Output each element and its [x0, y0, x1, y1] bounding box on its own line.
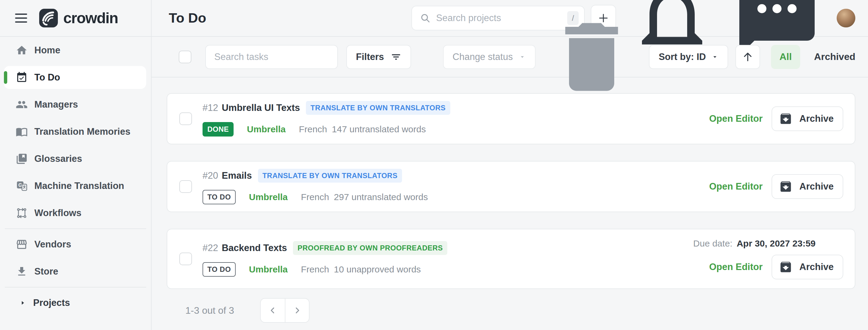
- status-badge: DONE: [203, 122, 234, 137]
- archive-button[interactable]: Archive: [772, 107, 843, 131]
- tab-archived[interactable]: Archived: [814, 51, 855, 62]
- sidebar-item-vendors[interactable]: Vendors: [0, 231, 151, 258]
- sidebar-header: crowdin: [0, 0, 151, 37]
- task-title-row: #22Backend TextsPROOFREAD BY OWN PROOFRE…: [203, 241, 447, 255]
- open-editor-link[interactable]: Open Editor: [709, 262, 763, 272]
- select-all-checkbox[interactable]: [179, 51, 191, 63]
- workflow-badge: TRANSLATE BY OWN TRANSLATORS: [306, 101, 450, 115]
- previous-page-button[interactable]: [261, 299, 285, 322]
- sidebar-item-workflows[interactable]: Workflows: [0, 200, 151, 227]
- task-card: #12Umbrella UI TextsTRANSLATE BY OWN TRA…: [167, 93, 855, 144]
- task-checkbox[interactable]: [179, 112, 192, 125]
- arrow-up-icon: [742, 51, 754, 63]
- project-link[interactable]: Umbrella: [247, 124, 285, 134]
- task-card-actions: Open EditorArchive: [709, 107, 843, 131]
- workflows-icon: [16, 207, 28, 219]
- sidebar-item-label: Vendors: [34, 239, 71, 250]
- sidebar-item-label: Translation Memories: [34, 126, 130, 137]
- archive-icon: [779, 260, 793, 274]
- app-root: crowdin HomeTo DoManagersTranslation Mem…: [0, 0, 868, 330]
- caret-right-icon: [19, 300, 26, 306]
- task-title: Backend Texts: [222, 243, 287, 253]
- sidebar-item-label: To Do: [34, 72, 60, 83]
- user-avatar[interactable]: [837, 9, 855, 27]
- filters-button[interactable]: Filters: [346, 45, 411, 69]
- sidebar-item-translation-memories[interactable]: Translation Memories: [0, 118, 151, 145]
- pager-group: [260, 298, 310, 323]
- search-projects-input[interactable]: [436, 13, 562, 24]
- task-meta-row: TO DOUmbrellaFrench297 untranslated word…: [203, 190, 428, 204]
- chevron-down-icon: [519, 53, 526, 61]
- brand-wordmark: crowdin: [63, 9, 118, 27]
- change-status-dropdown[interactable]: Change status: [443, 45, 536, 69]
- sidebar-item-home[interactable]: Home: [0, 37, 151, 64]
- open-editor-link[interactable]: Open Editor: [709, 181, 763, 192]
- task-id: #12: [203, 102, 218, 113]
- sidebar-nav: HomeTo DoManagersTranslation MemoriesGlo…: [0, 37, 151, 289]
- tab-all[interactable]: All: [771, 45, 800, 69]
- next-page-button[interactable]: [285, 299, 309, 322]
- tasks-toolbar: Filters Change status Sort by: ID All Ar…: [152, 37, 868, 78]
- sidebar-item-label: Home: [34, 45, 60, 56]
- workflow-badge: PROOFREAD BY OWN PROOFREADERS: [293, 241, 447, 255]
- sort-dropdown[interactable]: Sort by: ID: [649, 45, 728, 69]
- glossary-book-icon: [16, 153, 28, 165]
- status-badge: TO DO: [203, 190, 236, 204]
- task-checkbox[interactable]: [179, 180, 192, 193]
- task-meta: French297 untranslated words: [301, 192, 428, 202]
- task-action-row: Open EditorArchive: [709, 174, 843, 199]
- project-link[interactable]: Umbrella: [249, 264, 287, 274]
- hamburger-menu-icon[interactable]: [15, 13, 27, 23]
- archive-button-label: Archive: [799, 262, 834, 272]
- task-action-row: Open EditorArchive: [709, 107, 843, 131]
- project-link[interactable]: Umbrella: [249, 192, 287, 202]
- archive-icon: [779, 112, 793, 126]
- svg-text:G: G: [19, 183, 22, 188]
- sidebar-item-glossaries[interactable]: Glossaries: [0, 145, 151, 172]
- people-icon: [16, 98, 28, 111]
- crowdin-logo[interactable]: crowdin: [39, 9, 118, 27]
- sidebar-item-managers[interactable]: Managers: [0, 91, 151, 118]
- task-list: #12Umbrella UI TextsTRANSLATE BY OWN TRA…: [152, 78, 868, 289]
- status-badge: TO DO: [203, 262, 236, 277]
- sidebar-item-to-do[interactable]: To Do: [4, 66, 146, 89]
- task-action-row: Open EditorArchive: [709, 254, 843, 279]
- open-editor-link[interactable]: Open Editor: [709, 113, 763, 124]
- archive-button[interactable]: Archive: [772, 254, 843, 279]
- archive-icon: [779, 180, 793, 193]
- filters-button-label: Filters: [356, 52, 384, 62]
- task-language: French: [301, 192, 329, 202]
- page-title: To Do: [169, 10, 206, 26]
- task-card: #20EmailsTRANSLATE BY OWN TRANSLATORSTO …: [167, 161, 855, 212]
- archive-button-label: Archive: [799, 181, 834, 192]
- archive-button[interactable]: Archive: [772, 174, 843, 199]
- sidebar-item-machine-translation[interactable]: GMachine Translation: [0, 172, 151, 200]
- task-meta: French10 unapproved words: [301, 264, 421, 274]
- sort-dropdown-label: Sort by: ID: [658, 52, 706, 62]
- search-tasks-input[interactable]: [214, 52, 329, 62]
- sort-direction-button[interactable]: [735, 45, 760, 69]
- sidebar-item-label: Store: [34, 266, 58, 277]
- main-header: To Do /: [152, 0, 868, 37]
- task-title: Emails: [222, 170, 252, 181]
- pagination: 1-3 out of 3: [152, 298, 868, 323]
- sidebar: crowdin HomeTo DoManagersTranslation Mem…: [0, 0, 152, 330]
- task-checkbox[interactable]: [179, 252, 192, 265]
- task-word-count: 10 unapproved words: [334, 264, 421, 274]
- task-word-count: 297 untranslated words: [334, 192, 428, 202]
- task-language: French: [301, 264, 329, 274]
- sidebar-item-label: Glossaries: [34, 153, 82, 164]
- task-id: #20: [203, 170, 218, 181]
- task-title-row: #20EmailsTRANSLATE BY OWN TRANSLATORS: [203, 169, 428, 183]
- main-area: To Do / Filters: [152, 0, 868, 330]
- sidebar-item-label: Workflows: [34, 208, 82, 218]
- sidebar-item-store[interactable]: Store: [0, 258, 151, 285]
- task-card-actions: Open EditorArchive: [709, 174, 843, 199]
- sidebar-item-label: Managers: [34, 99, 78, 110]
- due-date-value: Apr 30, 2027 23:59: [737, 238, 815, 249]
- chevron-down-icon: [711, 53, 718, 61]
- task-title: Umbrella UI Texts: [222, 102, 300, 113]
- sidebar-divider: [5, 229, 146, 229]
- task-id: #22: [203, 243, 218, 253]
- sidebar-item-projects[interactable]: Projects: [0, 289, 151, 317]
